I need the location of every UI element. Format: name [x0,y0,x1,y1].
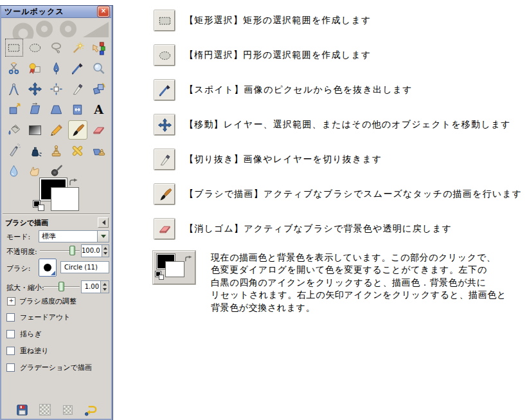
tool-airbrush[interactable] [4,141,24,160]
tool-ellipse-select[interactable] [26,38,45,57]
mode-label: モード: [6,232,30,242]
toolbox-window: ツールボックス × A [0,6,112,420]
checkbox-label: フェードアウト [20,313,71,322]
tool-foreground-select[interactable] [26,59,45,78]
fuzzy-select-icon [70,40,85,55]
brush-preview-button[interactable] [39,259,57,277]
restore-options-button[interactable] [37,402,53,417]
tool-zoom[interactable] [89,59,109,78]
tool-move[interactable] [26,79,45,98]
bucket-fill-icon [6,122,22,138]
annotation-text: 【消しゴム】アクティブなブラシで背景色や透明に戻します [184,223,452,235]
rect-select-icon [6,40,22,55]
tool-clone[interactable] [47,141,66,160]
scale-icon [6,102,22,117]
ellipse-select-icon [157,48,172,63]
move-icon [157,117,172,132]
checkbox-label: 揺らぎ [20,329,42,339]
tool-scale[interactable] [4,100,24,119]
checkbox[interactable] [6,330,15,338]
spin-down-button[interactable] [101,287,109,293]
tool-bucket-fill[interactable] [4,120,24,140]
default-colors-icon[interactable] [33,201,44,211]
background-color-swatch[interactable] [51,188,78,210]
tool-blur-sharpen[interactable] [4,161,24,181]
annotation-rect-select-image [154,10,175,31]
checkbox-label: 重ね塗り [20,346,49,356]
paths-icon [49,60,64,76]
swap-colors-icon [184,253,192,260]
spin-down-button[interactable] [102,251,109,257]
option-checkboxes: フェードアウト揺らぎ重ね塗りグラデーションで描画 [6,313,92,379]
spin-up-button[interactable] [102,245,109,251]
tool-measure[interactable] [4,79,24,98]
tool-flip[interactable] [68,100,87,119]
annotation-row: 【消しゴム】アクティブなブラシで背景色や透明に戻します [154,219,452,239]
tool-gradient[interactable] [26,120,45,140]
tool-rotate[interactable] [89,79,109,98]
annotation-text: 【矩形選択】矩形の選択範囲を作成します [184,15,371,26]
annotation-text: 【切り抜き】画像やレイヤーを切り抜きます [184,154,382,165]
color-area-illustration [153,251,195,284]
tool-rect-select[interactable] [4,38,24,57]
scale-label: 拡大・縮小: [6,283,44,293]
delete-options-icon [60,402,75,417]
tool-perspective-clone[interactable] [89,141,109,160]
annotation-move-image [154,114,175,135]
tool-paths[interactable] [47,59,66,78]
annotation-ellipse-select-image [154,45,175,66]
tool-align[interactable] [47,79,66,98]
save-options-icon [14,402,30,417]
flip-icon [70,102,85,117]
opacity-spinbox[interactable]: 100.0 [81,244,109,257]
tool-perspective[interactable] [47,100,66,119]
spin-up-button[interactable] [101,281,109,287]
tool-free-select[interactable] [47,38,66,57]
close-button[interactable]: × [98,6,109,17]
save-options-button[interactable] [14,402,30,417]
tool-crop[interactable] [68,79,87,98]
tool-heal[interactable] [68,141,87,160]
checkbox[interactable] [6,313,15,322]
scale-spinbox[interactable]: 1.00 [81,280,109,293]
annotation-row: 【楕円選択】円形の選択範囲を作成します [154,46,371,65]
annotation-eraser-image [154,219,175,239]
close-icon: × [101,7,106,14]
tool-text[interactable]: A [89,100,109,119]
measure-icon [6,81,22,96]
tool-scissors-select[interactable] [4,59,24,78]
swap-colors-icon[interactable] [69,177,78,185]
tool-fuzzy-select[interactable] [68,38,87,57]
titlebar[interactable]: ツールボックス × [1,6,111,18]
checkbox[interactable] [6,363,15,372]
window-title: ツールボックス [4,6,64,17]
tool-paintbrush[interactable] [68,120,87,140]
page: ツールボックス × A [0,0,529,420]
crop-icon [70,81,85,96]
tool-pencil[interactable] [47,120,66,140]
brush-sensitivity-expander[interactable]: + ブラシ感度の調整 [7,297,76,306]
delete-options-button[interactable] [60,402,75,417]
tool-shear[interactable] [26,100,45,119]
heal-icon [70,143,85,158]
tool-color-picker[interactable] [68,59,87,78]
collapse-panel-button[interactable] [98,217,109,228]
dropdown-button[interactable] [97,231,109,242]
reset-options-button[interactable] [83,402,98,417]
brush-name-field[interactable]: Circle (11) [60,261,109,273]
tool-eraser[interactable] [89,120,109,140]
tool-select-by-color[interactable] [89,38,109,57]
arrow-left-icon [100,220,105,225]
annotation-row: 【ブラシで描画】アクティブなブラシでスムーズなタッチの描画を行います [154,185,522,204]
opacity-slider[interactable] [40,246,80,255]
arrow-down-icon [103,252,107,257]
slider-handle[interactable] [69,246,75,255]
checkbox-row: 揺らぎ [6,329,92,339]
slider-handle[interactable] [58,282,64,291]
mode-value: 標準 [39,232,97,241]
tool-ink[interactable] [26,141,45,160]
checkbox[interactable] [6,347,15,355]
scale-slider[interactable] [44,282,80,291]
mode-select[interactable]: 標準 [39,230,109,242]
popup-corner-icon [51,271,55,275]
